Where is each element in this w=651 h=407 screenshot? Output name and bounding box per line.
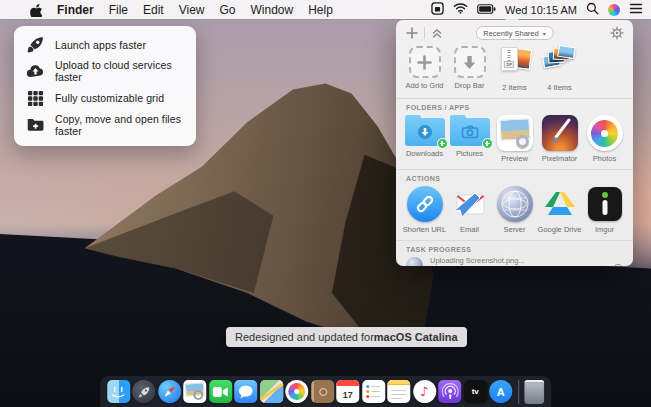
app-preview[interactable]: Preview <box>492 115 537 163</box>
dock-photos-icon[interactable] <box>285 380 308 403</box>
dock-safari-icon[interactable] <box>158 380 181 403</box>
actions-section-title: ACTIONS <box>406 175 633 182</box>
drop-target-2-items[interactable]: ZIP 2 Items <box>492 46 537 92</box>
dock-music-icon[interactable]: ♪ <box>413 380 436 403</box>
task-progress-section-title: TASK PROGRESS <box>406 246 633 253</box>
calendar-day: 17 <box>336 386 359 403</box>
menu-item-file[interactable]: File <box>109 3 128 17</box>
feature-row-grid: Fully customizable grid <box>26 89 188 108</box>
item-label: Email <box>460 225 479 234</box>
dock-separator <box>518 380 519 404</box>
drop-target-label: Drop Bar <box>454 81 484 90</box>
menu-item-help[interactable]: Help <box>308 3 333 17</box>
zip-file-icon: ZIP <box>498 46 532 80</box>
item-label: Downloads <box>406 149 443 158</box>
siri-icon[interactable] <box>608 4 620 16</box>
app-pixelmator[interactable]: Pixelmator <box>537 115 582 163</box>
folder-pictures[interactable]: Pictures <box>447 115 492 163</box>
dock: 17 ♪ tv A <box>100 376 552 407</box>
caption-text: Redesigned and updated for <box>235 331 374 343</box>
feature-label: Copy, move and open files faster <box>55 113 188 137</box>
menu-item-window[interactable]: Window <box>251 3 294 17</box>
dock-facetime-icon[interactable] <box>209 380 232 403</box>
empty-cell <box>582 46 627 92</box>
server-globe-icon <box>497 186 533 222</box>
chevron-down-icon: ▾ <box>543 30 546 37</box>
battery-icon[interactable] <box>477 3 496 17</box>
pixelmator-app-icon <box>542 115 578 151</box>
dock-messages-icon[interactable] <box>234 380 257 403</box>
folder-downloads[interactable]: Downloads <box>402 115 447 163</box>
camera-folder-icon <box>450 115 490 146</box>
dock-appstore-icon[interactable]: A <box>489 380 512 403</box>
dock-finder-icon[interactable] <box>107 380 130 403</box>
dock-contacts-icon[interactable] <box>311 380 334 403</box>
action-google-drive[interactable]: Google Drive <box>537 186 582 234</box>
dock-preview-icon[interactable] <box>183 380 206 403</box>
dock-reminders-icon[interactable] <box>362 380 385 403</box>
dropzone-toolbar: Recently Shared ▾ <box>396 22 633 44</box>
cloud-upload-icon <box>26 62 45 81</box>
dock-tv-icon[interactable]: tv <box>464 380 487 403</box>
plus-dashed-icon <box>409 46 441 78</box>
apple-menu-icon[interactable] <box>30 3 42 17</box>
divider <box>396 98 633 99</box>
spotlight-icon[interactable] <box>586 2 599 18</box>
menu-item-finder[interactable]: Finder <box>57 3 94 17</box>
item-label: Preview <box>501 154 528 163</box>
dock-notes-icon[interactable] <box>387 380 410 403</box>
feature-label: Launch apps faster <box>55 39 146 51</box>
dock-calendar-icon[interactable]: 17 <box>336 380 359 403</box>
features-overlay: Launch apps faster Upload to cloud servi… <box>14 26 196 146</box>
gear-icon[interactable] <box>609 25 625 41</box>
drop-target-add-to-grid[interactable]: Add to Grid <box>402 46 447 92</box>
collapse-button[interactable] <box>429 25 445 41</box>
music-note-glyph: ♪ <box>420 384 428 399</box>
dock-launchpad-icon[interactable] <box>132 380 155 403</box>
divider <box>396 240 633 241</box>
arrow-down-dashed-icon <box>454 46 486 78</box>
folder-plus-icon <box>26 115 45 134</box>
item-label: Server <box>503 225 525 234</box>
drop-target-drop-bar[interactable]: Drop Bar <box>447 46 492 92</box>
dropzone-menubar-icon[interactable] <box>431 2 444 18</box>
action-email[interactable]: Email <box>447 186 492 234</box>
add-button[interactable] <box>404 25 420 41</box>
feature-row-upload: Upload to cloud services faster <box>26 59 188 83</box>
recently-shared-dropdown[interactable]: Recently Shared ▾ <box>475 26 553 40</box>
preview-app-icon <box>497 115 533 151</box>
menubar-clock[interactable]: Wed 10:15 AM <box>505 4 577 16</box>
cancel-task-button[interactable]: ✕ <box>613 264 623 266</box>
dock-podcasts-icon[interactable] <box>438 380 461 403</box>
toolbar-separator <box>424 27 425 39</box>
appstore-glyph: A <box>497 386 505 398</box>
drop-target-4-items[interactable]: 4 Items <box>537 46 582 92</box>
menu-item-view[interactable]: View <box>179 3 205 17</box>
drop-target-label: Add to Grid <box>406 81 444 90</box>
desktop: Finder File Edit View Go Window Help Wed… <box>0 0 651 407</box>
drop-targets-row: Add to Grid Drop Bar ZIP 2 Items <box>396 46 633 92</box>
action-shorten-url[interactable]: Shorten URL <box>402 186 447 234</box>
item-label: Photos <box>593 154 616 163</box>
server-avatar-icon <box>406 257 423 267</box>
action-server[interactable]: Server <box>492 186 537 234</box>
app-photos[interactable]: Photos <box>582 115 627 163</box>
feature-row-copy: Copy, move and open files faster <box>26 113 188 137</box>
wifi-icon[interactable] <box>453 2 468 17</box>
download-folder-icon <box>405 115 445 146</box>
action-imgur[interactable]: Imgur <box>582 186 627 234</box>
item-label: Shorten URL <box>403 225 446 234</box>
task-label: Uploading Screenshot.png... <box>430 256 606 265</box>
notification-center-icon[interactable] <box>629 3 643 17</box>
feature-label: Fully customizable grid <box>55 92 164 104</box>
add-badge-icon <box>437 138 448 149</box>
caption-text-bold: macOS Catalina <box>374 331 458 343</box>
photo-stack-icon <box>543 46 577 80</box>
menu-item-edit[interactable]: Edit <box>143 3 164 17</box>
dock-trash-icon[interactable] <box>524 380 544 404</box>
menu-item-go[interactable]: Go <box>220 3 236 17</box>
dock-maps-icon[interactable] <box>260 380 283 403</box>
google-drive-icon <box>542 186 578 222</box>
item-label: Imgur <box>595 225 614 234</box>
grid-icon <box>26 89 45 108</box>
